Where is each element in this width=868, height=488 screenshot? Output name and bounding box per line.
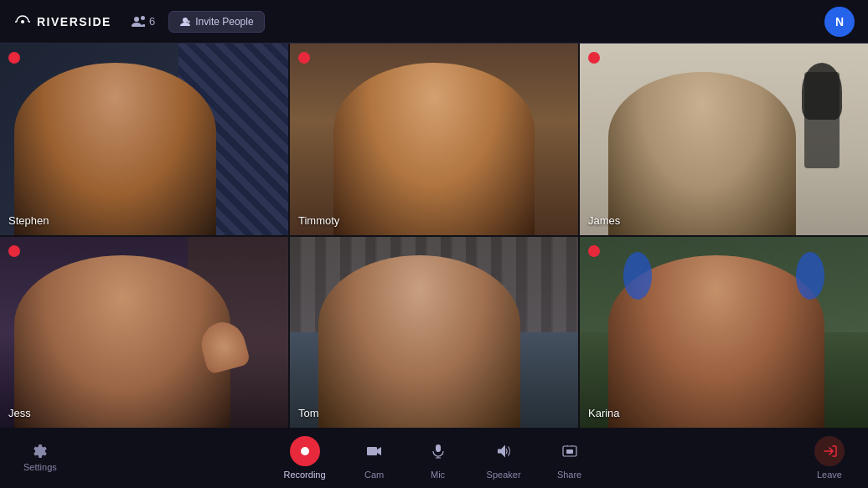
recording-button[interactable]: Recording [270,431,338,485]
toolbar-right: Leave [804,431,855,485]
header-center: 6 Invite People [132,11,265,33]
video-cell-stephen: Stephen [0,44,288,235]
name-label-jess: Jess [8,407,31,419]
rec-dot-stephen [8,52,20,64]
mic-icon-bg [423,436,453,466]
svg-point-0 [21,20,24,23]
leave-icon-bg [814,436,845,466]
speaker-icon [496,444,511,459]
settings-button[interactable]: Settings [13,439,67,477]
video-cell-timmoty: Timmoty [290,44,578,235]
name-label-tom: Tom [298,407,319,419]
svg-rect-4 [566,449,573,454]
svg-point-1 [301,447,309,455]
cam-label: Cam [364,470,384,480]
user-avatar[interactable]: N [824,7,855,37]
share-label: Share [557,470,581,480]
mic-icon [431,444,446,459]
video-cell-karina: Karina [580,237,868,429]
recording-label: Recording [283,470,325,480]
toolbar-center: Recording Cam Mic [270,431,597,485]
cam-icon-bg [359,436,390,466]
header-right: N [824,7,855,37]
cam-button[interactable]: Cam [346,431,403,485]
header: RIVERSIDE 6 Invite People N [0,0,868,44]
logo: RIVERSIDE [13,13,111,31]
settings-label: Settings [23,462,57,472]
record-icon-bg [290,436,320,466]
logo-text: RIVERSIDE [37,15,111,28]
video-cell-jess: Jess [0,237,288,429]
participants-count: 6 [149,15,155,28]
name-label-timmoty: Timmoty [298,214,339,227]
participants-badge: 6 [132,15,155,28]
video-cell-tom: Tom [290,237,578,429]
share-icon [562,444,577,459]
invite-button[interactable]: Invite People [168,11,264,33]
toolbar-left: Settings [13,439,67,477]
record-icon [297,444,313,459]
rec-dot-timmoty [298,52,310,64]
name-label-karina: Karina [588,407,620,419]
rec-dot-james [588,52,600,64]
leave-label: Leave [817,470,842,480]
leave-button[interactable]: Leave [804,431,855,485]
rec-dot-jess [8,245,20,257]
share-button[interactable]: Share [541,431,598,485]
share-icon-bg [555,436,585,466]
speaker-label: Speaker [487,470,521,480]
mic-label: Mic [431,470,445,480]
rec-dot-karina [588,245,600,257]
leave-icon [822,444,837,459]
invite-icon [179,16,191,28]
cam-icon [367,444,382,459]
svg-rect-2 [436,444,441,452]
toolbar: Settings Recording Cam [0,428,868,488]
video-cell-james: James [580,44,868,235]
settings-icon [33,444,48,459]
name-label-stephen: Stephen [8,214,49,227]
video-grid: Stephen Timmoty James Jess Tom [0,44,868,428]
name-label-james: James [588,214,620,227]
mic-button[interactable]: Mic [410,431,467,485]
logo-icon [13,13,32,31]
speaker-icon-bg [488,436,519,466]
speaker-button[interactable]: Speaker [473,431,535,485]
invite-label: Invite People [195,16,253,28]
participants-icon [132,15,145,28]
